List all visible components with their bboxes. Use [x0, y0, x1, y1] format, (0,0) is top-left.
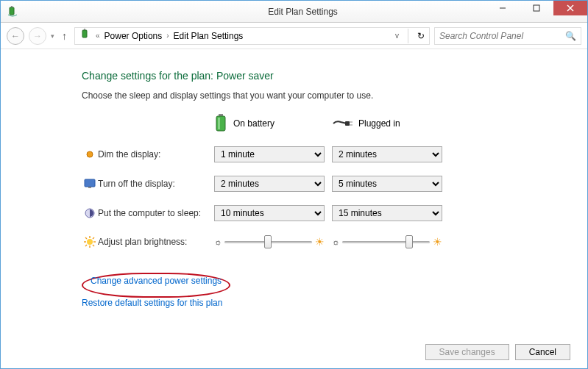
battery-icon: [214, 114, 227, 133]
navbar: ← → ▾ ↑ « Power Options › Edit Plan Sett…: [1, 23, 587, 49]
footer-buttons: Save changes Cancel: [425, 344, 570, 360]
svg-rect-0: [10, 7, 14, 15]
row-sleep: Put the computer to sleep: 10 minutes 15…: [82, 205, 587, 221]
row-turn-off-display: Turn off the display: 2 minutes 5 minute…: [82, 176, 587, 192]
brightness-plugged-slider[interactable]: ☼ ☀: [332, 234, 442, 249]
crumb-edit-plan[interactable]: Edit Plan Settings: [174, 31, 244, 41]
svg-rect-1: [11, 6, 13, 7]
annotation-circle: Change advanced power settings: [82, 273, 230, 298]
row-brightness: Adjust plan brightness: ☼ ☀ ☼ ☀: [82, 234, 587, 249]
svg-line-24: [93, 245, 94, 246]
plug-icon: [332, 118, 353, 129]
dim-plugged-select[interactable]: 2 minutes: [332, 146, 442, 162]
sun-low-icon: ☼: [214, 237, 222, 246]
advanced-power-settings-link[interactable]: Change advanced power settings: [91, 276, 222, 286]
power-options-icon: [7, 6, 18, 18]
off-plugged-select[interactable]: 5 minutes: [332, 176, 442, 192]
search-input[interactable]: [439, 31, 565, 41]
svg-rect-7: [84, 29, 85, 30]
sun-high-icon: ☀: [315, 236, 325, 248]
svg-rect-6: [82, 30, 87, 37]
svg-rect-15: [85, 179, 95, 187]
back-button[interactable]: ←: [7, 27, 24, 45]
svg-rect-3: [534, 5, 539, 11]
sleep-icon: [82, 208, 98, 218]
sun-high-icon: ☀: [433, 236, 442, 248]
svg-rect-11: [345, 121, 350, 126]
search-icon: 🔍: [565, 31, 576, 41]
svg-rect-10: [218, 118, 220, 129]
column-on-battery: On battery: [214, 114, 332, 133]
restore-defaults-link[interactable]: Restore default settings for this plan: [82, 298, 222, 308]
svg-rect-9: [216, 116, 225, 131]
breadcrumb[interactable]: « Power Options › Edit Plan Settings v ↻: [74, 27, 430, 45]
svg-rect-16: [88, 187, 91, 188]
refresh-icon[interactable]: ↻: [417, 31, 425, 41]
close-button[interactable]: [553, 1, 587, 15]
page-heading: Change settings for the plan: Power save…: [82, 70, 587, 82]
cancel-button[interactable]: Cancel: [515, 344, 570, 360]
sun-low-icon: ☼: [332, 237, 339, 246]
brightness-icon: [82, 236, 98, 248]
titlebar: Edit Plan Settings: [1, 1, 587, 23]
svg-point-14: [87, 151, 93, 157]
off-battery-select[interactable]: 2 minutes: [214, 176, 325, 192]
content: Change settings for the plan: Power save…: [1, 49, 587, 317]
svg-point-18: [87, 239, 93, 245]
svg-line-23: [85, 237, 87, 239]
row-dim-display: Dim the display: 1 minute 2 minutes: [82, 146, 587, 162]
history-dropdown-icon[interactable]: ▾: [51, 32, 54, 40]
search-box[interactable]: 🔍: [434, 27, 581, 45]
chevron-right-icon: ›: [166, 32, 169, 40]
svg-line-26: [85, 245, 87, 246]
dim-battery-select[interactable]: 1 minute: [214, 146, 325, 162]
column-plugged-in: Plugged in: [332, 118, 450, 129]
dim-icon: [82, 149, 98, 160]
power-options-icon: [79, 29, 91, 43]
maximize-button[interactable]: [520, 1, 553, 15]
forward-button[interactable]: →: [29, 27, 46, 45]
display-icon: [82, 179, 98, 189]
svg-line-25: [93, 237, 94, 239]
up-button[interactable]: ↑: [59, 30, 70, 42]
path-dropdown-icon[interactable]: v: [395, 32, 399, 40]
chevron-icon: «: [96, 32, 100, 40]
save-changes-button[interactable]: Save changes: [425, 344, 509, 360]
sleep-plugged-select[interactable]: 15 minutes: [332, 205, 442, 221]
crumb-power-options[interactable]: Power Options: [105, 31, 163, 41]
minimize-button[interactable]: [486, 1, 520, 15]
page-subtext: Choose the sleep and display settings th…: [82, 90, 587, 101]
brightness-battery-slider[interactable]: ☼ ☀: [214, 234, 325, 249]
sleep-battery-select[interactable]: 10 minutes: [214, 205, 325, 221]
